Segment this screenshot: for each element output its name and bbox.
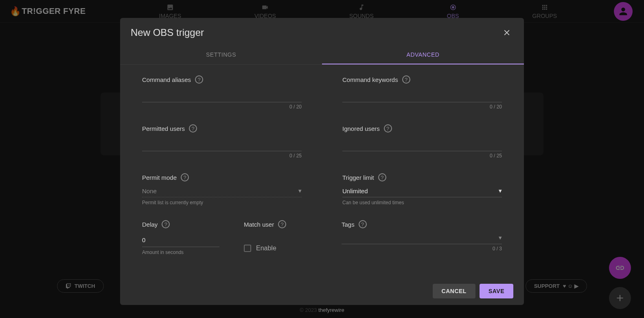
- save-button[interactable]: SAVE: [480, 284, 513, 298]
- delay-helper: Amount in seconds: [142, 250, 219, 255]
- cancel-button[interactable]: CANCEL: [433, 284, 475, 298]
- command-keywords-counter: 0 / 20: [342, 104, 502, 110]
- permit-mode-helper: Permit list is currently empty: [142, 200, 302, 205]
- trigger-limit-select[interactable]: Unlimited ▾: [342, 184, 502, 197]
- permitted-users-input[interactable]: [142, 135, 302, 151]
- help-icon[interactable]: ?: [189, 124, 197, 132]
- close-icon: [502, 28, 511, 37]
- permitted-users-label: Permitted users: [142, 125, 185, 132]
- tags-counter: 0 / 3: [342, 246, 502, 252]
- help-icon[interactable]: ?: [278, 220, 286, 228]
- match-user-label: Match user: [244, 221, 274, 228]
- ignored-users-label: Ignored users: [342, 125, 380, 132]
- trigger-limit-label: Trigger limit: [342, 174, 374, 181]
- help-icon[interactable]: ?: [359, 220, 367, 228]
- command-aliases-input[interactable]: [142, 86, 302, 102]
- command-keywords-input[interactable]: [342, 86, 502, 102]
- help-icon[interactable]: ?: [181, 173, 189, 181]
- delay-input[interactable]: [142, 231, 219, 247]
- tags-select[interactable]: ▾: [342, 231, 502, 244]
- chevron-down-icon: ▾: [499, 187, 502, 194]
- permit-mode-label: Permit mode: [142, 174, 177, 181]
- close-button[interactable]: [500, 26, 513, 39]
- tab-settings[interactable]: SETTINGS: [120, 46, 322, 64]
- modal-title: New OBS trigger: [131, 27, 204, 38]
- help-icon[interactable]: ?: [378, 173, 386, 181]
- ignored-users-counter: 0 / 25: [342, 153, 502, 159]
- help-icon[interactable]: ?: [402, 75, 410, 84]
- command-aliases-counter: 0 / 20: [142, 104, 302, 110]
- trigger-limit-helper: Can be used unlimited times: [342, 200, 502, 205]
- command-aliases-label: Command aliases: [142, 76, 191, 83]
- tags-label: Tags: [342, 221, 355, 228]
- permit-mode-select[interactable]: None ▾: [142, 184, 302, 197]
- command-keywords-label: Command keywords: [342, 76, 398, 83]
- ignored-users-input[interactable]: [342, 135, 502, 151]
- modal-overlay: New OBS trigger SETTINGS ADVANCED Comman…: [0, 0, 644, 318]
- help-icon[interactable]: ?: [162, 220, 170, 228]
- delay-label: Delay: [142, 221, 158, 228]
- help-icon[interactable]: ?: [384, 124, 392, 132]
- chevron-down-icon: ▾: [499, 234, 502, 241]
- match-user-checkbox-label: Enable: [256, 245, 276, 252]
- permitted-users-counter: 0 / 25: [142, 153, 302, 159]
- tab-advanced[interactable]: ADVANCED: [322, 46, 524, 64]
- new-obs-trigger-modal: New OBS trigger SETTINGS ADVANCED Comman…: [120, 18, 524, 305]
- match-user-checkbox[interactable]: [244, 245, 251, 252]
- help-icon[interactable]: ?: [195, 75, 203, 84]
- chevron-down-icon: ▾: [298, 187, 302, 194]
